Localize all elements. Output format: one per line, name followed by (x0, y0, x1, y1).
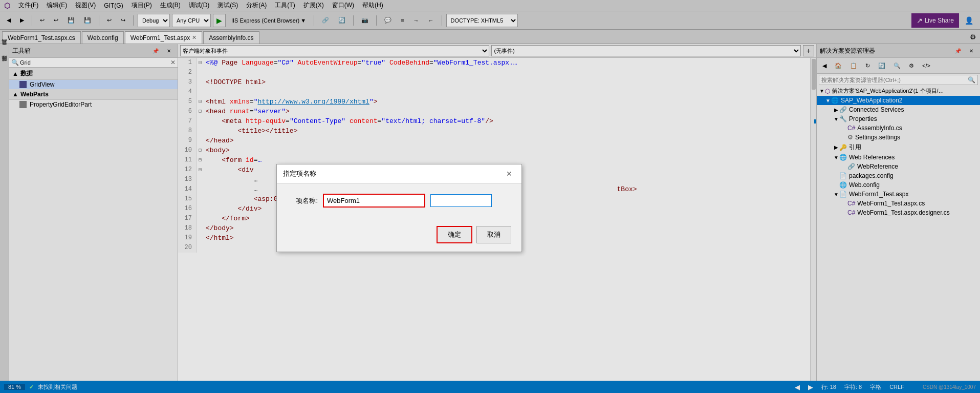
modal-cancel-button[interactable]: 取消 (476, 226, 511, 243)
specify-name-dialog: 指定项名称 ✕ 项名称: 确定 取消 (276, 164, 522, 252)
modal-body: 项名称: (277, 183, 521, 226)
modal-title: 指定项名称 (283, 169, 316, 178)
modal-close-button[interactable]: ✕ (503, 169, 515, 179)
modal-overlay: 指定项名称 ✕ 项名称: 确定 取消 (0, 0, 980, 393)
modal-title-bar: 指定项名称 ✕ (277, 164, 521, 183)
modal-field-row: 项名称: (287, 194, 511, 208)
modal-label: 项名称: (287, 196, 318, 205)
modal-name-input2[interactable] (430, 194, 492, 207)
modal-confirm-button[interactable]: 确定 (437, 226, 472, 243)
modal-footer: 确定 取消 (277, 226, 521, 252)
modal-name-input[interactable] (323, 194, 425, 208)
